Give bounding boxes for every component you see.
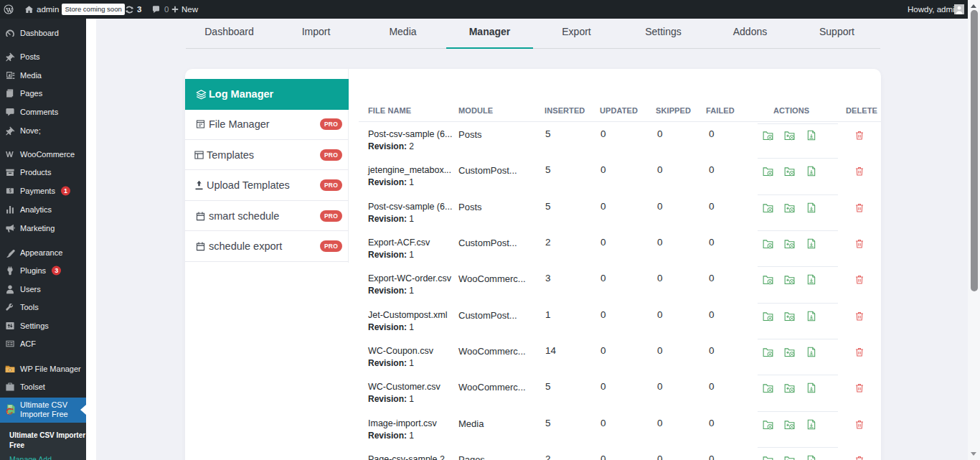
svg-text:CSV: CSV <box>9 405 12 408</box>
